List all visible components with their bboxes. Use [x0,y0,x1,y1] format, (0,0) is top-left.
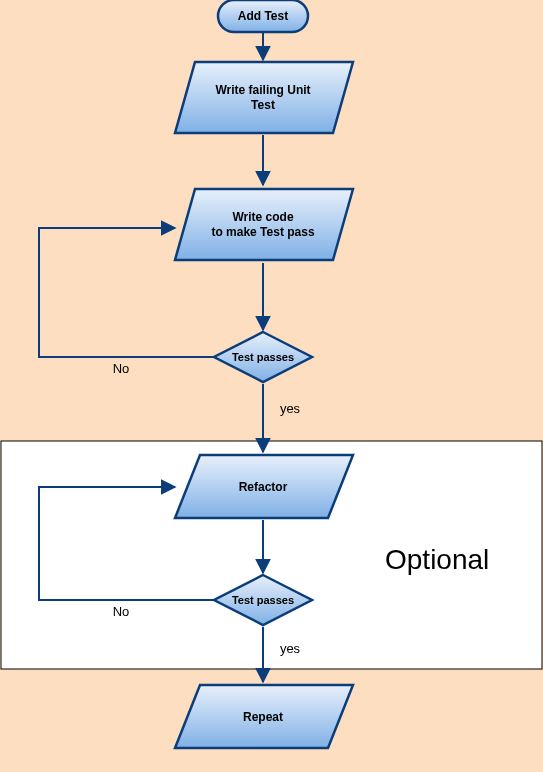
node-decision-1-label: Test passes [232,351,294,363]
node-write-code-label-2: to make Test pass [211,225,314,239]
node-repeat-label: Repeat [243,710,283,724]
label-yes-1: yes [280,401,301,416]
optional-label: Optional [385,544,489,575]
node-write-failing-label-2: Test [251,98,275,112]
label-no-1: No [113,361,130,376]
node-write-failing-label-1: Write failing Unit [215,83,310,97]
flowchart-canvas: Optional No yes No yes Add Test Write fa… [0,0,543,772]
label-yes-2: yes [280,641,301,656]
node-start-label: Add Test [238,9,288,23]
label-no-2: No [113,604,130,619]
node-decision-2-label: Test passes [232,594,294,606]
node-refactor-label: Refactor [239,480,288,494]
node-write-code-label-1: Write code [232,210,293,224]
